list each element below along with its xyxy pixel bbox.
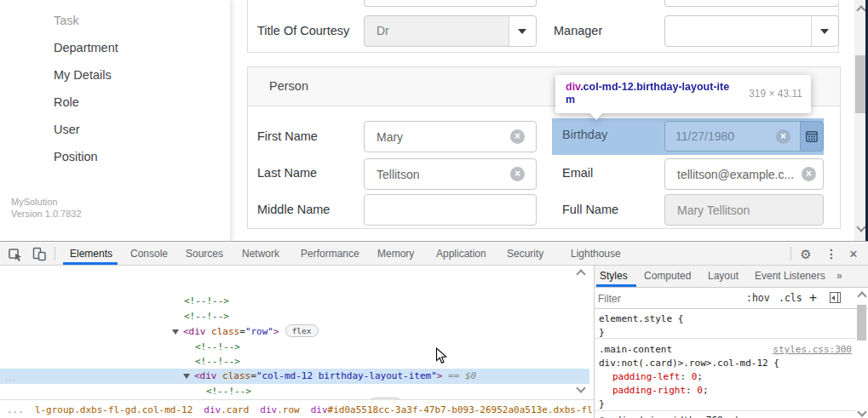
full-name-input — [664, 194, 824, 226]
tab-performance[interactable]: Performance — [301, 243, 359, 265]
sidebar-item-task[interactable]: Task — [54, 12, 79, 29]
scroll-down-icon[interactable] — [856, 222, 865, 232]
birthday-label: Birthday — [562, 128, 607, 141]
tab-memory[interactable]: Memory — [377, 243, 414, 265]
chevron-down-icon — [518, 29, 526, 34]
middle-name-label: Middle Name — [257, 203, 330, 216]
app-region: Task Department My Details Role User Pos… — [0, 0, 868, 241]
tooltip-classes-wrap: m — [566, 94, 575, 106]
tree-row-selected-div[interactable]: <div class="col-md-12 birthday-layout-it… — [194, 369, 476, 384]
tree-comment[interactable]: <!--!--> — [184, 309, 229, 324]
styles-scrollbar-thumb[interactable] — [857, 305, 866, 341]
settings-gear-icon[interactable]: ⚙ — [797, 246, 814, 263]
tab-lighthouse[interactable]: Lighthouse — [571, 243, 621, 265]
tree-row-div-row[interactable]: <div class="row">flex — [183, 324, 319, 340]
tab-layout[interactable]: Layout — [708, 266, 739, 287]
inspect-tooltip: div.col-md-12.birthday-layout-ite m 319 … — [555, 75, 811, 113]
tab-security[interactable]: Security — [507, 243, 543, 265]
flex-badge[interactable]: flex — [285, 324, 319, 337]
full-name-label: Full Name — [562, 203, 618, 216]
styles-rules: element.style { } .main-content styles.c… — [595, 309, 868, 418]
styles-filter-row: :hov .cls + — [595, 288, 868, 309]
elements-tree: <!--!--> <!--!--> <div class="row">flex … — [0, 266, 594, 399]
rule-element-style[interactable]: element.style { — [599, 312, 683, 326]
css-property[interactable]: padding-right: 0; — [612, 384, 709, 398]
tree-scroll-down-icon[interactable] — [576, 383, 585, 392]
title-of-courtesy-value: Dr — [377, 16, 389, 46]
tab-event-listeners[interactable]: Event Listeners — [755, 266, 825, 287]
page-scrollbar[interactable] — [854, 0, 866, 241]
active-styles-tab-underline — [596, 284, 636, 287]
pseudo-state-button[interactable]: :hov — [746, 288, 770, 308]
tab-computed[interactable]: Computed — [644, 266, 691, 287]
inspect-element-icon[interactable] — [7, 246, 24, 263]
email-input[interactable] — [664, 158, 824, 190]
breadcrumb-overflow-left[interactable]: ... — [7, 404, 24, 415]
middle-name-input[interactable] — [364, 194, 537, 226]
breadcrumb-item[interactable]: div.row — [260, 404, 299, 415]
device-toolbar-icon[interactable] — [31, 246, 48, 263]
birthday-calendar-button[interactable] — [800, 121, 824, 152]
tree-scroll-up-icon[interactable] — [576, 269, 585, 278]
breadcrumb-item[interactable]: l-group.dxbs-fl-gd.col-md-12 — [35, 404, 193, 415]
class-toggle-button[interactable]: .cls — [779, 288, 802, 308]
more-tabs-icon[interactable]: » — [836, 266, 842, 287]
app-version-label: Version 1.0.7832 — [11, 209, 82, 220]
stylesheet-source-link[interactable]: styles.css:300 — [773, 343, 852, 357]
page-scrollbar-thumb[interactable] — [855, 55, 865, 113]
title-of-courtesy-select[interactable]: Dr — [364, 15, 537, 47]
last-name-label: Last Name — [257, 166, 317, 180]
breadcrumb-item[interactable]: div#id0a5518cc-3a3f-47b7-b093-26952a0a51… — [311, 404, 594, 415]
row-overflow-marker[interactable]: ... — [5, 372, 15, 382]
sidebar-item-user[interactable]: User — [54, 121, 80, 138]
email-label: Email — [562, 166, 593, 180]
styles-sidebar-tabs: Styles Computed Layout Event Listeners » — [595, 266, 868, 288]
person-card-title: Person — [269, 79, 308, 93]
app-product-name: MySolution — [11, 197, 57, 208]
kebab-menu-icon[interactable]: ⋮ — [823, 246, 840, 263]
last-name-clear-icon[interactable]: × — [510, 167, 525, 181]
manager-select[interactable] — [664, 15, 839, 47]
birthday-inspect-highlight: Birthday 11/27/1980 × — [552, 118, 824, 155]
rule-close-brace: } — [599, 398, 605, 411]
tab-network[interactable]: Network — [242, 243, 279, 265]
rule-selector-main-content[interactable]: .main-content — [599, 343, 672, 357]
title-of-courtesy-dropdown-button[interactable] — [509, 16, 536, 46]
scroll-up-icon[interactable] — [856, 5, 865, 14]
sidebar-item-position[interactable]: Position — [54, 148, 98, 165]
css-property[interactable]: padding-left: 0; — [612, 370, 703, 384]
breadcrumb: ... l-group.dxbs-fl-gd.col-md-12 div.car… — [0, 399, 594, 418]
styles-sidebar: Styles Computed Layout Event Listeners »… — [594, 266, 868, 418]
styles-filter-input[interactable] — [596, 289, 740, 307]
sidebar-item-role[interactable]: Role — [54, 94, 79, 111]
toolbar-separator — [55, 247, 55, 261]
expand-arrow-icon[interactable] — [183, 374, 190, 379]
birthday-clear-icon[interactable]: × — [776, 129, 790, 144]
new-style-rule-button[interactable]: + — [809, 288, 817, 308]
email-clear-icon[interactable]: × — [802, 167, 816, 181]
breadcrumb-item[interactable]: div.card — [204, 404, 249, 415]
sidebar-item-my-details[interactable]: My Details — [54, 66, 112, 83]
manager-dropdown-button[interactable] — [811, 16, 838, 46]
tree-comment[interactable]: <!--!--> — [195, 354, 240, 369]
sidebar-item-department[interactable]: Department — [54, 39, 118, 56]
rule-divider — [595, 410, 855, 411]
chevron-down-icon — [820, 29, 829, 34]
first-name-clear-icon[interactable]: × — [510, 129, 525, 144]
expand-arrow-icon[interactable] — [172, 329, 179, 335]
tree-comment[interactable]: <!--!--> — [184, 294, 229, 309]
toolbar-separator-right — [790, 247, 791, 261]
rule-divider — [595, 338, 855, 339]
rule-selector-line2[interactable]: div:not(.card)>.row>.col-md-12 { — [599, 357, 779, 370]
calendar-icon — [806, 130, 818, 142]
sidebar-toggle-icon[interactable] — [830, 292, 841, 303]
inspect-tooltip-dimensions: 319 × 43.11 — [749, 88, 802, 100]
close-devtools-icon[interactable]: ✕ — [845, 246, 862, 263]
tab-application[interactable]: Application — [436, 243, 486, 265]
rule-at-media[interactable]: @media (min-width: 768px) — [599, 414, 740, 418]
title-of-courtesy-label: Title Of Courtesy — [257, 24, 349, 37]
tab-sources[interactable]: Sources — [186, 243, 223, 265]
tooltip-classes: .col-md-12.birthday-layout-ite — [580, 81, 729, 93]
tree-comment[interactable]: <!--!--> — [195, 340, 240, 355]
tab-console[interactable]: Console — [130, 243, 168, 265]
